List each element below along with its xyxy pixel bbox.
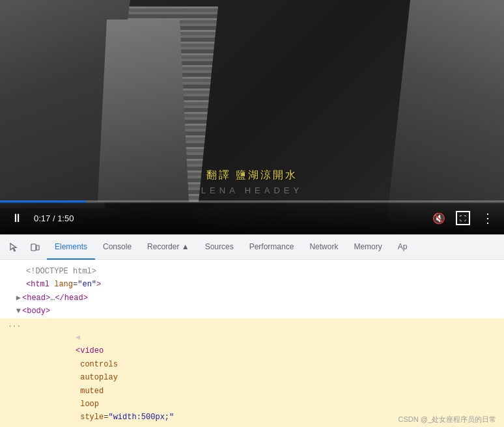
tab-sources[interactable]: Sources <box>197 235 242 260</box>
more-button[interactable]: ⋮ <box>478 209 496 227</box>
tab-network[interactable]: Network <box>301 235 346 260</box>
video-subtitle: 翻譯 鹽湖涼開水 <box>206 169 298 182</box>
csdn-watermark: CSDN @_处女座程序员的日常 <box>398 415 496 424</box>
tab-recorder[interactable]: Recorder ▲ <box>139 235 197 260</box>
pause-button[interactable]: ⏸ <box>8 209 26 227</box>
fullscreen-button[interactable]: ⛶ <box>456 211 470 225</box>
code-viewer: <!DOCTYPE html> <html lang="en"> ▶ <head… <box>0 260 504 427</box>
rock-right <box>387 0 504 221</box>
code-line-head[interactable]: ▶ <head>…</head> <box>0 292 504 305</box>
video-player: 翻譯 鹽湖涼開水 LENA HEADEY ⏸ 0:17 / 1:50 🔇 ⛶ ⋮ <box>0 0 504 234</box>
video-watermark: LENA HEADEY <box>201 186 303 195</box>
video-controls: ⏸ 0:17 / 1:50 🔇 ⛶ ⋮ <box>0 202 504 234</box>
inspect-element-button[interactable] <box>5 238 23 256</box>
code-line-body[interactable]: ▼ <body> <box>0 305 504 318</box>
code-line-html: <html lang="en"> <box>0 278 504 291</box>
code-line-doctype: <!DOCTYPE html> <box>0 265 504 278</box>
devtools-topbar: Elements Console Recorder ▲ Sources Perf… <box>0 235 504 260</box>
video-background <box>0 0 504 234</box>
cursor-icon <box>9 242 20 253</box>
devtools-panel: Elements Console Recorder ▲ Sources Perf… <box>0 234 504 427</box>
tab-console[interactable]: Console <box>95 235 139 260</box>
tab-memory[interactable]: Memory <box>346 235 389 260</box>
tab-application[interactable]: Ap <box>390 235 415 260</box>
volume-button[interactable]: 🔇 <box>430 209 448 227</box>
tab-elements[interactable]: Elements <box>47 235 95 260</box>
svg-rect-1 <box>36 245 39 250</box>
time-display: 0:17 / 1:50 <box>34 214 74 223</box>
code-line-video[interactable]: ... ◄ <video controls autoplay muted loo… <box>0 318 504 427</box>
svg-rect-0 <box>31 244 36 251</box>
devtools: Elements Console Recorder ▲ Sources Perf… <box>0 234 504 427</box>
device-toolbar-button[interactable] <box>26 238 44 256</box>
tab-performance[interactable]: Performance <box>242 235 302 260</box>
controls-right: 🔇 ⛶ ⋮ <box>430 209 496 227</box>
rock-center <box>98 20 189 202</box>
device-icon <box>30 242 40 253</box>
